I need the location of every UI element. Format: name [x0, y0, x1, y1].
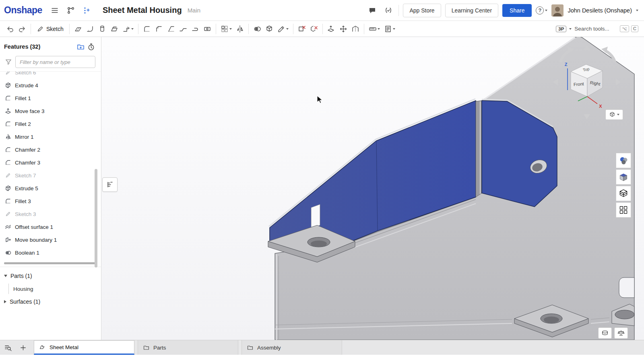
flange-icon: [122, 25, 130, 33]
add-tab-button[interactable]: [15, 340, 31, 355]
app-store-button[interactable]: App Store: [403, 4, 441, 17]
comments-button[interactable]: [366, 4, 378, 16]
learning-center-button[interactable]: Learning Center: [445, 4, 498, 17]
hem-button[interactable]: [190, 24, 201, 34]
roll-cw-arrow[interactable]: [605, 51, 615, 62]
feature-list-handle[interactable]: [102, 177, 118, 192]
transform-button[interactable]: [338, 24, 349, 34]
tab-button[interactable]: [109, 24, 120, 34]
insert-elements-button[interactable]: [81, 4, 93, 16]
view-options-button[interactable]: [605, 109, 623, 120]
part-item-housing[interactable]: Housing: [0, 282, 101, 295]
fold-button[interactable]: [350, 24, 361, 34]
tab-sheet-metal[interactable]: Sheet Metal: [34, 340, 134, 355]
undo-button[interactable]: [4, 24, 16, 34]
joggle-button[interactable]: [178, 24, 189, 34]
toolbar-separator: [293, 24, 293, 34]
feature-item[interactable]: Fillet 1: [0, 92, 101, 105]
feature-item[interactable]: Sketch 6: [0, 71, 101, 79]
explode-view-button[interactable]: [616, 202, 631, 218]
history-button[interactable]: [86, 42, 96, 51]
modify-button[interactable]: [276, 24, 290, 34]
bevel-button[interactable]: [165, 24, 177, 34]
user-menu[interactable]: John Desilets (Onshape): [568, 7, 632, 14]
tab-assembly[interactable]: Assembly: [242, 340, 342, 355]
feature-item[interactable]: Chamfer 3: [0, 156, 101, 169]
divider: [398, 5, 399, 16]
tab-parts[interactable]: Parts: [138, 340, 238, 355]
bead-button[interactable]: [202, 24, 213, 34]
tab-manager-button[interactable]: [0, 340, 15, 355]
bend-button[interactable]: [85, 24, 96, 34]
feedback-button[interactable]: [382, 4, 394, 16]
add-folder-button[interactable]: [75, 42, 86, 51]
3d-viewport[interactable]: Top Front Right Z X: [101, 37, 644, 340]
feature-item[interactable]: Extrude 5: [0, 182, 101, 195]
feature-item[interactable]: Move boundary 1: [0, 233, 101, 246]
rotate-up-arrow[interactable]: [584, 45, 590, 50]
perspective-button[interactable]: 3P: [556, 26, 566, 32]
flange-button[interactable]: [121, 24, 135, 34]
filter-input[interactable]: [15, 56, 95, 68]
mass-properties-button[interactable]: [614, 327, 628, 339]
feature-item[interactable]: Offset surface 1: [0, 220, 101, 233]
measure-button[interactable]: [367, 24, 382, 34]
rotate-right-arrow[interactable]: [616, 79, 621, 85]
help-menu[interactable]: ?: [536, 6, 547, 14]
display-states-button[interactable]: [616, 153, 631, 168]
redo-button[interactable]: [17, 24, 28, 34]
enclose-button[interactable]: [264, 24, 275, 34]
sketch-button[interactable]: Sketch: [33, 24, 67, 34]
tab-strip: Sheet Metal Parts Assembly: [0, 340, 644, 355]
move-face-button[interactable]: [326, 24, 337, 34]
feature-item[interactable]: Chamfer 2: [0, 143, 101, 156]
user-avatar[interactable]: [551, 4, 564, 16]
panel-scrollbar[interactable]: [95, 169, 97, 267]
boolean-icon: [5, 249, 11, 256]
chevron-down-icon: [617, 114, 619, 115]
chevron-right-icon: [4, 300, 6, 303]
delete-part-icon: [310, 25, 318, 33]
render-mode-button[interactable]: [616, 169, 631, 185]
corner-button[interactable]: [141, 24, 153, 34]
section-view-button[interactable]: [616, 186, 631, 201]
versions-button[interactable]: [65, 4, 77, 16]
feature-item[interactable]: Extrude 4: [0, 79, 101, 92]
corner-relief-icon: [155, 25, 163, 33]
rotate-left-arrow[interactable]: [553, 79, 558, 85]
share-button[interactable]: Share: [502, 4, 532, 17]
feature-item[interactable]: Fillet 2: [0, 117, 101, 130]
surfaces-section-header[interactable]: Surfaces (1): [0, 295, 101, 308]
delete-face-button[interactable]: [296, 24, 308, 34]
features-panel-header: Features (32): [0, 37, 101, 53]
mirror-button[interactable]: [234, 24, 246, 34]
feature-item[interactable]: Move face 3: [0, 105, 101, 117]
turntable-button[interactable]: [598, 327, 612, 339]
drawing-button[interactable]: [382, 24, 397, 34]
pattern-button[interactable]: [219, 24, 233, 34]
corner-tools: [598, 327, 628, 339]
rotate-down-arrow[interactable]: [584, 114, 590, 119]
feature-item[interactable]: Mirror 1: [0, 130, 101, 143]
mirror-icon: [236, 25, 244, 33]
feature-item[interactable]: Boolean 1: [0, 246, 101, 259]
tool-strip: [72, 24, 397, 34]
main-menu-button[interactable]: [49, 4, 61, 16]
workspace-name[interactable]: Main: [188, 7, 201, 14]
dropdown-caret: [229, 28, 232, 30]
roll-ccw-arrow[interactable]: [560, 51, 570, 62]
toolbar-separator: [138, 24, 138, 34]
feature-item[interactable]: Sketch 7: [0, 169, 101, 182]
tube-button[interactable]: [97, 24, 108, 34]
feature-item[interactable]: Fillet 3: [0, 195, 101, 208]
onshape-logo[interactable]: Onshape: [4, 5, 42, 16]
boolean-button[interactable]: [252, 24, 263, 34]
sheet-metal-model-button[interactable]: [72, 24, 84, 34]
parts-section-header[interactable]: Parts (1): [0, 269, 101, 282]
feature-item[interactable]: Sketch 3: [0, 208, 101, 220]
delete-part-button[interactable]: [308, 24, 320, 34]
search-tools-input[interactable]: [574, 26, 618, 32]
rollback-bar[interactable]: [4, 262, 95, 264]
toolbar-separator: [69, 24, 70, 34]
corner-relief-button[interactable]: [153, 24, 165, 34]
